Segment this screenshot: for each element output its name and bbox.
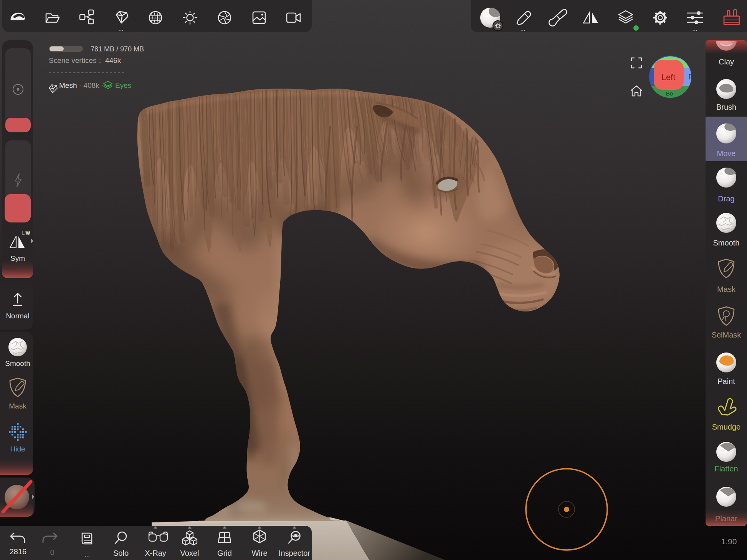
svg-text:F: F [688, 72, 693, 81]
svg-text:Left: Left [661, 72, 676, 82]
svg-text:...: ... [692, 25, 697, 32]
svg-text:Bo: Bo [666, 90, 673, 97]
svg-text:...: ... [118, 25, 123, 32]
svg-text:...: ... [520, 25, 525, 32]
svg-text:L/W: L/W [22, 231, 30, 236]
